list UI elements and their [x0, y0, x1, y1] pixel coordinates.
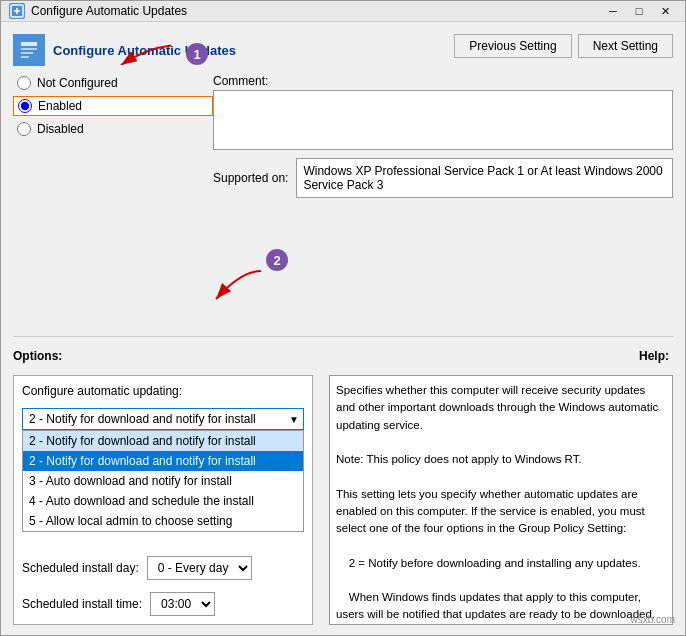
dropdown-item-5[interactable]: 5 - Allow local admin to choose setting	[23, 511, 303, 531]
title-bar: Configure Automatic Updates ─ □ ✕	[1, 1, 685, 22]
dropdown-selected[interactable]: 2 - Notify for download and notify for i…	[22, 408, 304, 430]
schedule-time-select[interactable]: 03:00	[150, 592, 215, 616]
svg-rect-4	[21, 42, 37, 46]
policy-icon	[13, 34, 45, 66]
disabled-option[interactable]: Disabled	[13, 120, 213, 138]
configure-label: Configure automatic updating:	[22, 384, 304, 398]
comment-label: Comment:	[213, 74, 673, 88]
options-section: Configure automatic updating: 2 - Notify…	[13, 375, 313, 625]
supported-value: Windows XP Professional Service Pack 1 o…	[296, 158, 673, 198]
svg-rect-7	[21, 56, 29, 58]
dropdown-chevron-icon: ▼	[289, 414, 299, 425]
enabled-radio[interactable]	[18, 99, 32, 113]
annotation-badge-2: 2	[266, 249, 288, 271]
header-buttons: Previous Setting Next Setting	[454, 34, 673, 58]
schedule-day-select[interactable]: 0 - Every day	[147, 556, 252, 580]
maximize-button[interactable]: □	[627, 1, 651, 21]
options-title: Options:	[13, 349, 62, 363]
previous-setting-button[interactable]: Previous Setting	[454, 34, 571, 58]
window-icon	[9, 3, 25, 19]
svg-rect-5	[21, 48, 37, 50]
enabled-label: Enabled	[38, 99, 82, 113]
disabled-label: Disabled	[37, 122, 84, 136]
policy-title: Configure Automatic Updates	[53, 43, 236, 58]
supported-label: Supported on:	[213, 171, 288, 185]
window-title: Configure Automatic Updates	[31, 4, 187, 18]
minimize-button[interactable]: ─	[601, 1, 625, 21]
dropdown-item-2a[interactable]: 2 - Notify for download and notify for i…	[23, 431, 303, 451]
svg-rect-6	[21, 52, 33, 54]
dropdown-item-4[interactable]: 4 - Auto download and schedule the insta…	[23, 491, 303, 511]
next-setting-button[interactable]: Next Setting	[578, 34, 673, 58]
comment-input[interactable]	[213, 90, 673, 150]
disabled-radio[interactable]	[17, 122, 31, 136]
not-configured-label: Not Configured	[37, 76, 118, 90]
not-configured-option[interactable]: Not Configured	[13, 74, 213, 92]
watermark: wsxb.com	[631, 614, 675, 625]
close-button[interactable]: ✕	[653, 1, 677, 21]
radio-group: Not Configured Enabled Disabled	[13, 74, 213, 138]
dropdown-container: 2 - Notify for download and notify for i…	[22, 408, 304, 540]
dropdown-list: 2 - Notify for download and notify for i…	[22, 430, 304, 532]
dropdown-item-3[interactable]: 3 - Auto download and notify for install	[23, 471, 303, 491]
annotation-badge-1: 1	[186, 43, 208, 65]
schedule-time-label: Scheduled install time:	[22, 597, 142, 611]
schedule-day-row: Scheduled install day: 0 - Every day	[22, 556, 304, 580]
help-section: Specifies whether this computer will rec…	[329, 375, 673, 625]
window-controls: ─ □ ✕	[601, 1, 677, 21]
not-configured-radio[interactable]	[17, 76, 31, 90]
help-text: Specifies whether this computer will rec…	[329, 375, 673, 625]
schedule-day-label: Scheduled install day:	[22, 561, 139, 575]
schedule-time-row: Scheduled install time: 03:00	[22, 592, 304, 616]
help-title: Help:	[639, 349, 669, 363]
enabled-option[interactable]: Enabled	[13, 96, 213, 116]
dropdown-item-2b[interactable]: 2 - Notify for download and notify for i…	[23, 451, 303, 471]
